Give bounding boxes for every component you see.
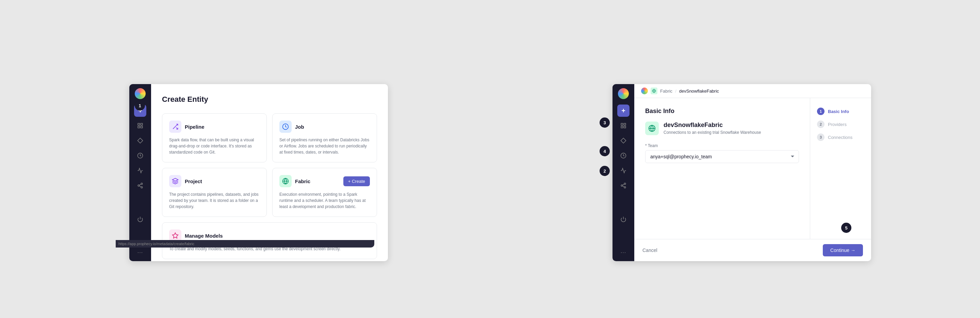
step-2: 2 Providers bbox=[817, 120, 864, 128]
sidebar-icon-diamond[interactable] bbox=[134, 134, 146, 147]
entity-card-fabric[interactable]: Fabric + Create Execution environment, p… bbox=[272, 168, 377, 217]
svg-point-6 bbox=[141, 183, 143, 185]
svg-marker-23 bbox=[621, 138, 626, 143]
pipeline-icon bbox=[169, 120, 181, 133]
right-add-button[interactable]: + bbox=[617, 104, 630, 117]
breadcrumb-separator: / bbox=[675, 88, 676, 94]
entity-card-project[interactable]: Project The project contains pipelines, … bbox=[162, 168, 267, 217]
create-entity-window: + bbox=[129, 84, 388, 261]
svg-point-25 bbox=[624, 183, 626, 185]
project-desc: The project contains pipelines, datasets… bbox=[169, 191, 259, 210]
cancel-button[interactable]: Cancel bbox=[643, 248, 657, 253]
breadcrumb: Fabric / devSnowflakeFabric bbox=[634, 84, 871, 98]
entity-card-header-job: Job bbox=[279, 120, 370, 133]
entity-grid: Pipeline Spark data flow, that can be bu… bbox=[162, 113, 377, 217]
svg-point-27 bbox=[624, 187, 626, 188]
fabric-form-window: + bbox=[612, 84, 871, 261]
step-2-label: Providers bbox=[828, 122, 846, 127]
form-footer: Cancel Continue → bbox=[634, 239, 871, 261]
svg-rect-0 bbox=[138, 123, 140, 125]
svg-point-8 bbox=[141, 187, 143, 188]
pipeline-name: Pipeline bbox=[185, 124, 205, 130]
sidebar-icon-gallery[interactable] bbox=[134, 120, 146, 132]
job-name: Job bbox=[295, 124, 304, 130]
sidebar-dots[interactable]: ··· bbox=[137, 247, 143, 257]
team-label: * Team bbox=[645, 143, 799, 148]
badge-4: 4 bbox=[600, 146, 610, 156]
steps-sidebar: 1 Basic Info 2 Providers 3 Connections bbox=[810, 98, 871, 239]
right-sidebar-icon-gallery[interactable] bbox=[617, 120, 630, 132]
badge-1: 1 bbox=[135, 101, 145, 111]
entity-card-pipeline[interactable]: Pipeline Spark data flow, that can be bu… bbox=[162, 113, 267, 162]
form-section-title: Basic Info bbox=[645, 108, 799, 115]
svg-line-28 bbox=[622, 186, 624, 187]
fabric-header-left: Fabric bbox=[279, 175, 310, 187]
left-sidebar: + bbox=[129, 84, 151, 261]
sidebar-icon-activity[interactable] bbox=[134, 165, 146, 177]
svg-marker-4 bbox=[138, 138, 143, 143]
step-2-number: 2 bbox=[817, 120, 824, 128]
entity-display: devSnowflakeFabric Connections to an exi… bbox=[645, 121, 799, 135]
svg-rect-22 bbox=[624, 126, 626, 128]
entity-display-icon bbox=[645, 121, 659, 135]
svg-marker-18 bbox=[172, 233, 178, 238]
fabric-name: Fabric bbox=[295, 178, 310, 184]
svg-rect-19 bbox=[621, 123, 623, 125]
entity-display-info: devSnowflakeFabric Connections to an exi… bbox=[663, 121, 761, 135]
create-fabric-button[interactable]: + Create bbox=[343, 176, 370, 186]
breadcrumb-current: devSnowflakeFabric bbox=[679, 88, 719, 94]
form-area: Basic Info devSnowflakeFabric Connection… bbox=[634, 98, 810, 239]
svg-rect-3 bbox=[141, 126, 143, 128]
badge-2-right: 2 bbox=[600, 166, 610, 176]
sidebar-icon-power[interactable] bbox=[134, 213, 146, 225]
project-icon bbox=[169, 175, 181, 187]
step-1: 1 Basic Info bbox=[817, 108, 864, 115]
svg-rect-1 bbox=[141, 123, 143, 125]
step-3-number: 3 bbox=[817, 133, 824, 141]
right-sidebar-icon-power[interactable] bbox=[617, 213, 630, 225]
job-desc: Set of pipelines running on either Datab… bbox=[279, 137, 370, 155]
page-title: Create Entity bbox=[162, 95, 377, 104]
sidebar-icon-clock[interactable] bbox=[134, 149, 146, 162]
step-3: 3 Connections bbox=[817, 133, 864, 141]
continue-button[interactable]: Continue → bbox=[823, 244, 863, 256]
project-name: Project bbox=[185, 178, 202, 184]
svg-line-9 bbox=[139, 186, 141, 187]
svg-point-7 bbox=[138, 185, 140, 187]
badge-3: 3 bbox=[600, 117, 610, 128]
right-sidebar: + bbox=[612, 84, 634, 261]
right-sidebar-icon-activity[interactable] bbox=[617, 165, 630, 177]
fabric-card-header: Fabric + Create bbox=[279, 175, 370, 187]
entity-card-header-project: Project bbox=[169, 175, 259, 187]
svg-rect-21 bbox=[621, 126, 623, 128]
url-bar: https://app.prophecy.io/metadata/create/… bbox=[116, 240, 374, 248]
manage-models-name: Manage Models bbox=[185, 233, 223, 239]
sidebar-icon-connect[interactable] bbox=[134, 179, 146, 192]
fabric-desc: Execution environment, pointing to a Spa… bbox=[279, 191, 370, 210]
svg-rect-2 bbox=[138, 126, 140, 128]
badge-5: 5 bbox=[841, 223, 851, 233]
right-sidebar-dots[interactable]: ··· bbox=[620, 247, 626, 257]
right-sidebar-icon-diamond[interactable] bbox=[617, 134, 630, 147]
breadcrumb-parent: Fabric bbox=[660, 88, 672, 94]
fabric-icon bbox=[279, 175, 292, 187]
team-select[interactable]: anya+sql@prophecy.io_team default_team a… bbox=[645, 150, 799, 163]
right-sidebar-icon-connect[interactable] bbox=[617, 179, 630, 192]
app-logo bbox=[135, 88, 146, 99]
right-main: Fabric / devSnowflakeFabric Basic Info bbox=[634, 84, 871, 261]
step-3-label: Connections bbox=[828, 135, 853, 140]
fabric-header-icon bbox=[651, 88, 657, 94]
job-icon bbox=[279, 120, 292, 133]
form-body: Basic Info devSnowflakeFabric Connection… bbox=[634, 98, 871, 239]
svg-line-29 bbox=[622, 184, 624, 185]
svg-marker-15 bbox=[172, 178, 178, 181]
step-1-number: 1 bbox=[817, 108, 824, 115]
main-content: Create Entity Pipeline Spark data flow, … bbox=[151, 84, 388, 261]
entity-card-job[interactable]: Job Set of pipelines running on either D… bbox=[272, 113, 377, 162]
entity-display-desc: Connections to an existing trial Snowfla… bbox=[663, 130, 761, 135]
header-logo bbox=[641, 88, 648, 94]
pipeline-desc: Spark data flow, that can be built using… bbox=[169, 137, 259, 155]
svg-point-26 bbox=[621, 185, 623, 187]
right-sidebar-icon-clock[interactable] bbox=[617, 149, 630, 162]
url-text: https://app.prophecy.io/metadata/create/… bbox=[118, 242, 194, 246]
